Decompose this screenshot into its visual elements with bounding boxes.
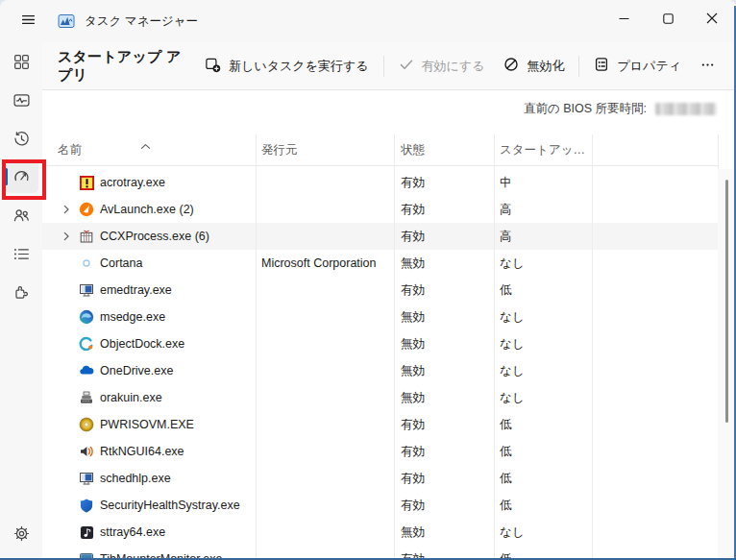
cell-name: SecurityHealthSystray.exe — [100, 492, 254, 519]
table-row[interactable]: orakuin.exe 無効 なし — [42, 384, 718, 411]
table-row[interactable]: emedtray.exe 有効 低 — [42, 277, 718, 304]
cell-name: RtkNGUI64.exe — [100, 438, 254, 465]
check-icon — [399, 57, 414, 75]
cell-status: 無効 — [401, 384, 487, 411]
cell-name: OneDrive.exe — [100, 357, 254, 384]
toolbar-separator — [383, 56, 384, 77]
sidebar-item-details[interactable] — [0, 234, 42, 273]
sidebar-item-startup-apps[interactable] — [0, 158, 42, 196]
sidebar-item-settings[interactable] — [0, 516, 42, 554]
cell-publisher — [261, 438, 388, 465]
cell-impact: 高 — [500, 223, 588, 250]
column-header-status[interactable]: 状態 — [401, 142, 487, 158]
run-new-task-button[interactable]: 新しいタスクを実行する — [195, 50, 378, 83]
cell-publisher: Microsoft Corporation — [261, 250, 388, 277]
sidebar-item-processes[interactable] — [0, 42, 42, 81]
monitor-blue-icon — [79, 471, 94, 486]
page-header: スタートアップ アプリ 新しいタスクを実行する 有効にする 無効化 プロパティ — [42, 42, 734, 89]
enable-label: 有効にする — [422, 58, 485, 75]
sidebar-nav — [0, 42, 42, 558]
column-header-impact[interactable]: スタートアップへ... — [500, 142, 588, 158]
cell-publisher — [261, 196, 388, 223]
cell-publisher — [261, 411, 388, 438]
app-history-icon — [12, 130, 31, 148]
cell-status: 無効 — [401, 519, 487, 546]
objectdock-icon — [79, 336, 94, 352]
table-row[interactable]: AvLaunch.exe (2) 有効 高 — [42, 196, 718, 223]
cell-publisher — [261, 492, 388, 519]
cell-publisher — [261, 546, 388, 558]
sidebar-item-users[interactable] — [0, 196, 42, 234]
table-row[interactable]: PWRISOVM.EXE 有効 低 — [42, 411, 718, 438]
cell-status: 有効 — [401, 277, 487, 304]
titlebar: タスク マネージャー — [0, 0, 736, 42]
cell-impact: なし — [500, 304, 588, 330]
scrollbar-thumb[interactable] — [725, 180, 728, 423]
cell-name: sttray64.exe — [100, 519, 254, 546]
cell-status: 無効 — [401, 330, 487, 357]
properties-button[interactable]: プロパティ — [584, 50, 691, 82]
cortana-icon — [79, 256, 94, 271]
table-header: 名前 発行元 状態 スタートアップへ... — [42, 133, 718, 166]
cell-impact: 低 — [500, 465, 588, 492]
table-row[interactable]: TibMounterMonitor.exe 有効 低 — [42, 546, 718, 558]
cell-status: 有効 — [401, 546, 487, 558]
edge-icon — [79, 309, 94, 325]
maximize-button[interactable] — [646, 0, 690, 38]
table-row[interactable]: sttray64.exe 無効 なし — [42, 519, 718, 546]
run-new-task-label: 新しいタスクを実行する — [229, 58, 368, 75]
table-row[interactable]: CCXProcess.exe (6) 有効 高 — [42, 223, 718, 250]
cell-status: 無効 — [401, 250, 487, 277]
app-title: タスク マネージャー — [85, 13, 198, 30]
cell-publisher — [261, 169, 388, 196]
cell-status: 有効 — [401, 196, 487, 223]
table-row[interactable]: ObjectDock.exe 無効 なし — [42, 330, 718, 357]
table-row[interactable]: RtkNGUI64.exe 有効 低 — [42, 438, 718, 465]
disable-label: 無効化 — [527, 58, 564, 75]
sidebar-item-performance[interactable] — [0, 81, 42, 119]
cell-publisher — [261, 330, 388, 357]
disable-button[interactable]: 無効化 — [494, 50, 574, 82]
cell-name: acrotray.exe — [100, 169, 254, 196]
table-row[interactable]: OneDrive.exe 無効 なし — [42, 357, 718, 384]
column-header-name[interactable]: 名前 — [58, 142, 250, 158]
table-row[interactable]: msedge.exe 無効 なし — [42, 304, 718, 330]
cell-impact: 低 — [500, 492, 588, 519]
sidebar-item-services[interactable] — [0, 273, 42, 311]
table-row[interactable]: schedhlp.exe 有効 低 — [42, 465, 718, 492]
cell-publisher — [261, 223, 388, 250]
users-icon — [12, 207, 31, 225]
cell-name: AvLaunch.exe (2) — [100, 196, 254, 223]
acrotray-warning-icon — [79, 175, 94, 190]
cell-impact: 中 — [500, 169, 588, 196]
table-row[interactable]: SecurityHealthSystray.exe 有効 低 — [42, 492, 718, 519]
close-button[interactable] — [690, 0, 734, 38]
cell-name: TibMounterMonitor.exe — [100, 546, 254, 558]
cell-name: emedtray.exe — [100, 277, 254, 304]
cell-status: 無効 — [401, 357, 487, 384]
menu-toggle-button[interactable] — [12, 6, 44, 37]
maximize-icon — [663, 12, 674, 27]
cell-name: CCXProcess.exe (6) — [100, 223, 254, 250]
scrollbar-track[interactable] — [718, 169, 734, 558]
column-header-publisher[interactable]: 発行元 — [261, 142, 388, 158]
table-row[interactable]: acrotray.exe 有効 中 — [42, 169, 718, 196]
cell-impact: 低 — [500, 277, 588, 304]
chevron-right-icon[interactable] — [61, 204, 72, 215]
avast-icon — [79, 202, 94, 217]
chevron-right-icon[interactable] — [61, 231, 72, 242]
table-row[interactable]: Cortana Microsoft Corporation 無効 なし — [42, 250, 718, 277]
properties-label: プロパティ — [617, 58, 681, 75]
table-body: acrotray.exe 有効 中 AvLaunch.exe (2) 有効 高 … — [42, 169, 718, 558]
minimize-button[interactable] — [601, 0, 646, 38]
onedrive-cloud-icon — [79, 363, 94, 378]
gold-disc-icon — [79, 417, 94, 432]
enable-button[interactable]: 有効にする — [389, 50, 495, 82]
more-options-button[interactable] — [691, 51, 724, 82]
toolbar: 新しいタスクを実行する 有効にする 無効化 プロパティ — [195, 50, 734, 83]
typewriter-icon — [79, 390, 94, 405]
cell-impact: 低 — [500, 546, 588, 558]
task-manager-window: タスク マネージャー スタートアップ アプリ — [0, 0, 736, 560]
cell-impact: なし — [500, 384, 588, 411]
sidebar-item-app-history[interactable] — [0, 119, 42, 158]
